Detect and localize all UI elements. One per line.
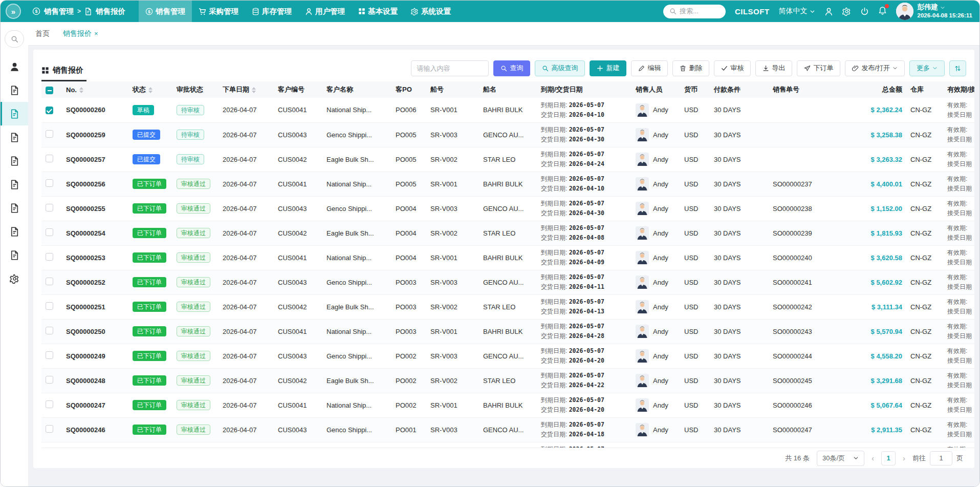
select-all-checkbox[interactable] [46, 87, 53, 94]
create-button[interactable]: 新建 [590, 60, 626, 76]
table-row[interactable]: SQ00000248 已下订单 审核通过 2026-04-07 CUS0042 … [41, 368, 974, 393]
sort-carets-icon[interactable] [148, 87, 153, 93]
close-icon[interactable]: × [94, 30, 98, 37]
customer-code: CUS0041 [274, 393, 322, 417]
warehouse: CN-GZ [906, 245, 943, 270]
more-button[interactable]: 更多 [909, 60, 945, 76]
row-checkbox[interactable] [46, 228, 53, 236]
logout-power-icon[interactable] [860, 7, 869, 16]
due-delivery-dates: 到期日期: 2026-05-07 交货日期: 2026-04-20 [541, 395, 627, 415]
table-container: No. 状态 审批状态 下单日期 客户编号 客户名称 客PO 船号 船名 到 [41, 81, 974, 448]
place-order-button[interactable]: 下订单 [797, 60, 840, 76]
column-header-customer-code: 客户编号 [274, 81, 322, 98]
table-row[interactable]: SQ00000246 已下订单 审核通过 2026-04-07 CUS0043 … [41, 417, 974, 442]
sidebar-search-button[interactable] [5, 30, 24, 48]
row-checkbox[interactable] [46, 351, 53, 359]
status-badge: 已下订单 [133, 400, 166, 410]
profile-icon[interactable] [824, 7, 833, 16]
advanced-query-button[interactable]: 高级查询 [535, 60, 585, 76]
query-button[interactable]: 查询 [493, 60, 530, 76]
table-row[interactable]: SQ00000249 已下订单 审核通过 2026-04-07 CUS0043 … [41, 344, 974, 368]
global-search-input[interactable]: 搜索... [663, 5, 726, 18]
sort-carets-icon[interactable] [79, 87, 83, 93]
row-checkbox[interactable] [46, 376, 53, 384]
row-checkbox[interactable] [46, 278, 53, 285]
sidebar-item-sales-quotation[interactable] [1, 102, 28, 125]
sidebar-item-doc-6[interactable] [1, 220, 28, 243]
approval-status-badge: 审核通过 [177, 326, 210, 336]
notifications-button[interactable] [878, 6, 887, 17]
sort-toggle-button[interactable] [949, 60, 966, 76]
order-date: 2026-04-07 [219, 221, 274, 245]
edit-button[interactable]: 编辑 [631, 60, 668, 76]
audit-button[interactable]: 审核 [714, 60, 751, 76]
table-row[interactable]: SQ00000251 已下订单 审核通过 2026-04-07 CUS0042 … [41, 294, 974, 319]
user-menu[interactable]: 彭伟建 2026-04-08 15:26:11 [896, 3, 972, 20]
menu-item-users[interactable]: 用户管理 [298, 1, 352, 22]
goto-page-input[interactable] [930, 451, 952, 465]
menu-item-basic-settings[interactable]: 基本设置 [352, 1, 404, 22]
quotation-no: SQ00000251 [62, 294, 128, 319]
row-checkbox[interactable] [46, 107, 53, 114]
filter-input[interactable] [411, 60, 489, 76]
table-row[interactable]: SQ00000259 已提交 待审核 2026-04-07 CUS0043 Ge… [41, 122, 974, 147]
sidebar-item-settings[interactable] [1, 267, 28, 290]
sidebar-collapse-button[interactable]: » [6, 4, 21, 19]
settings-icon[interactable] [842, 7, 851, 16]
language-selector[interactable]: 简体中文 [779, 7, 815, 16]
table-row[interactable]: SQ00000260 草稿 待审核 2026-04-07 CUS0041 Nat… [41, 98, 974, 122]
tab-sales-quotation[interactable]: 销售报价 × [63, 29, 98, 38]
row-checkbox[interactable] [46, 253, 53, 261]
sort-carets-icon[interactable] [252, 87, 256, 93]
breadcrumb-section[interactable]: 销售管理 [44, 7, 74, 16]
table-row[interactable]: SQ00000256 已下订单 审核通过 2026-04-07 CUS0041 … [41, 172, 974, 196]
publish-open-button[interactable]: 发布/打开 [845, 60, 905, 76]
sidebar-item-doc-5[interactable] [1, 196, 28, 220]
tab-home[interactable]: 首页 [35, 29, 50, 38]
table-row[interactable]: SQ00000244 已下订单 审核通过 2026-04-07 CUS0042 … [41, 442, 974, 448]
table-row[interactable]: SQ00000254 已下订单 审核通过 2026-04-07 CUS0042 … [41, 221, 974, 245]
menu-item-system-settings[interactable]: 系统设置 [404, 1, 458, 22]
current-page-button[interactable]: 1 [881, 451, 896, 465]
row-checkbox[interactable] [46, 130, 53, 138]
sidebar-item-doc-1[interactable] [1, 78, 28, 102]
row-checkbox[interactable] [46, 327, 53, 334]
table-row[interactable]: SQ00000255 已下订单 审核通过 2026-04-07 CUS0043 … [41, 196, 974, 221]
export-button[interactable]: 导出 [755, 60, 792, 76]
order-date: 2026-04-07 [219, 344, 274, 368]
table-row[interactable]: SQ00000247 已下订单 审核通过 2026-04-07 CUS0041 … [41, 393, 974, 417]
table-row[interactable]: SQ00000250 已下订单 审核通过 2026-04-07 CUS0041 … [41, 319, 974, 344]
table-row[interactable]: SQ00000253 已下订单 审核通过 2026-04-07 CUS0041 … [41, 245, 974, 270]
sidebar-item-doc-3[interactable] [1, 149, 28, 173]
row-checkbox[interactable] [46, 302, 53, 310]
sidebar-item-doc-7[interactable] [1, 243, 28, 267]
row-checkbox[interactable] [46, 400, 53, 408]
delete-button[interactable]: 删除 [672, 60, 709, 76]
status-badge: 已提交 [133, 130, 160, 140]
ship-no: SR-V003 [426, 122, 479, 147]
row-checkbox[interactable] [46, 204, 53, 211]
column-header-order-date[interactable]: 下单日期 [219, 81, 274, 98]
trash-icon [680, 65, 686, 72]
table-row[interactable]: SQ00000257 已提交 待审核 2026-04-07 CUS0042 Ea… [41, 147, 974, 172]
table-row[interactable]: SQ00000252 已下订单 审核通过 2026-04-07 CUS0043 … [41, 270, 974, 294]
menu-item-inventory[interactable]: 库存管理 [245, 1, 298, 22]
row-checkbox[interactable] [46, 179, 53, 187]
column-header-status[interactable]: 状态 [128, 81, 172, 98]
ship-no: SR-V002 [426, 368, 479, 393]
document-icon [10, 250, 19, 260]
breadcrumb-page[interactable]: 销售报价 [96, 7, 125, 16]
column-header-no[interactable]: No. [62, 81, 128, 98]
row-checkbox[interactable] [46, 425, 53, 433]
page-size-select[interactable]: 30条/页 [817, 451, 864, 466]
sidebar-item-customers[interactable] [1, 55, 28, 78]
sidebar-item-doc-4[interactable] [1, 173, 28, 196]
row-checkbox[interactable] [46, 155, 53, 162]
prev-page-button[interactable]: ‹ [872, 454, 874, 462]
currency: USD [680, 393, 710, 417]
sidebar-item-doc-2[interactable] [1, 125, 28, 149]
customer-code: CUS0041 [274, 319, 322, 344]
menu-item-purchase[interactable]: 采购管理 [192, 1, 245, 22]
menu-item-sales[interactable]: 销售管理 [139, 1, 192, 22]
next-page-button[interactable]: › [903, 454, 905, 462]
